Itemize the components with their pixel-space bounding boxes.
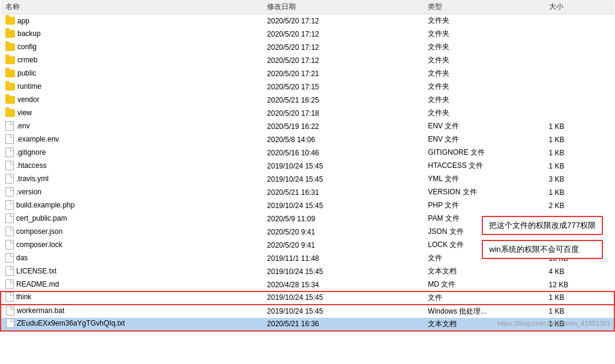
table-row[interactable]: backup 2020/5/20 17:12 文件夹 [1,28,614,41]
file-name: .travis.yml [16,175,49,183]
table-row[interactable]: crmeb 2020/5/20 17:12 文件夹 [1,54,614,67]
file-name: crmeb [17,56,37,64]
file-type: MD 文件 [423,278,544,291]
table-row[interactable]: vendor 2020/5/21 16:25 文件夹 [1,94,614,107]
table-row[interactable]: config 2020/5/20 17:12 文件夹 [1,41,614,54]
table-row[interactable]: workerman.bat 2019/10/24 15:45 Windows 批… [1,305,614,318]
file-size [544,80,614,94]
file-size: 1 KB [544,305,614,318]
file-date: 2019/10/24 15:45 [262,160,423,173]
file-size: 1 KB [544,186,614,199]
file-size [544,94,614,107]
table-row[interactable]: .version 2020/5/21 16:31 VERSION 文件 1 KB [1,186,614,199]
col-header-type[interactable]: 类型 [423,0,544,14]
file-size: 2 KB [544,199,614,212]
file-size: 12 KB [544,278,614,291]
file-size: 4 KB [544,265,614,278]
table-row[interactable]: .gitignore 2020/5/16 10:46 GITIGNORE 文件 … [1,146,614,160]
file-type: Windows 批处理... [423,305,544,318]
file-name: build.example.php [16,201,74,209]
file-name: workerman.bat [17,306,64,315]
annotation-box-1: 把这个文件的权限改成777权限 [482,216,603,235]
file-date: 2020/5/16 10:46 [262,146,423,160]
file-type: VERSION 文件 [423,186,544,199]
file-type: ENV 文件 [423,133,544,146]
file-size [544,14,614,28]
file-icon [6,318,14,328]
file-size [544,54,614,67]
file-date: 2020/5/20 9:41 [262,225,423,239]
file-date: 2020/5/20 17:12 [262,54,423,67]
file-type: 文件 [423,291,544,305]
table-row[interactable]: .htaccess 2019/10/24 15:45 HTACCESS 文件 1… [1,160,614,173]
file-name: .version [16,188,41,196]
table-row[interactable]: public 2020/5/20 17:21 文件夹 [1,67,614,80]
table-row[interactable]: view 2020/5/20 17:18 文件夹 [1,107,614,120]
file-icon [5,227,14,236]
table-row[interactable]: .example.env 2020/5/8 14:06 ENV 文件 1 KB [1,133,614,146]
file-date: 2020/5/20 17:18 [262,107,423,120]
file-date: 2020/5/20 17:12 [262,41,423,54]
file-name: das [16,254,28,262]
file-icon [5,213,14,223]
file-type: 文件夹 [423,80,544,94]
file-icon [5,121,14,131]
file-name: view [17,109,32,117]
file-type: 文件夹 [423,107,544,120]
table-row[interactable]: app 2020/5/20 17:12 文件夹 [1,14,614,28]
file-date: 2020/4/28 15:34 [262,278,423,291]
col-header-date[interactable]: 修改日期 [262,0,423,14]
file-size: 1 KB [544,291,614,305]
file-icon [5,200,14,210]
file-date: 2019/10/24 15:45 [262,265,423,278]
col-header-name[interactable]: 名称 [1,0,262,14]
file-icon [5,253,14,263]
file-date: 2020/5/21 16:31 [262,186,423,199]
file-date: 2019/11/1 11:48 [262,252,423,265]
file-type: 文件夹 [423,54,544,67]
file-size [544,67,614,80]
file-date: 2019/10/24 15:45 [262,199,423,212]
file-name: config [17,43,37,51]
file-type: 文件夹 [423,14,544,28]
file-size [544,28,614,41]
folder-icon [5,109,15,117]
watermark: https://blog.csdn.net/weixin_41851301 [498,320,610,327]
file-date: 2019/10/24 15:45 [262,173,423,186]
folder-icon [5,96,15,104]
file-size: 1 KB [544,146,614,160]
folder-icon [5,43,15,51]
file-icon [5,266,14,276]
table-row[interactable]: build.example.php 2019/10/24 15:45 PHP 文… [1,199,614,212]
table-row[interactable]: .travis.yml 2019/10/24 15:45 YML 文件 3 KB [1,173,614,186]
file-name: .gitignore [16,148,46,157]
file-icon [5,161,14,170]
file-icon [5,187,14,197]
table-row[interactable]: README.md 2020/4/28 15:34 MD 文件 12 KB [1,278,614,291]
file-icon [5,292,14,302]
file-name: ZEuduEXx9em36aYgTGvhQIq.txt [17,319,125,327]
file-name: LICENSE.txt [16,267,56,275]
table-row[interactable]: .env 2020/5/19 16:22 ENV 文件 1 KB [1,120,614,133]
file-name: .htaccess [16,161,47,170]
folder-icon [5,17,15,25]
col-header-size[interactable]: 大小 [544,0,614,14]
file-date: 2020/5/9 11:09 [262,212,423,225]
table-row[interactable]: think 2019/10/24 15:45 文件 1 KB [1,291,614,305]
file-icon [6,306,14,315]
annotation-container: 把这个文件的权限改成777权限 win系统的权限不会可百度 [482,216,603,264]
file-size: 1 KB [544,160,614,173]
file-date: 2020/5/20 17:21 [262,67,423,80]
table-row[interactable]: runtime 2020/5/20 17:15 文件夹 [1,80,614,94]
file-date: 2020/5/20 17:12 [262,14,423,28]
file-list: 名称 修改日期 类型 大小 app 2020/5/20 17:12 文件夹 ba… [0,0,615,364]
file-date: 2020/5/20 9:41 [262,239,423,252]
table-row[interactable]: LICENSE.txt 2019/10/24 15:45 文本文档 4 KB [1,265,614,278]
file-name: .env [16,122,30,130]
file-date: 2020/5/20 17:12 [262,28,423,41]
file-type: 文件夹 [423,41,544,54]
file-name: runtime [17,82,41,91]
file-name: backup [17,29,41,38]
file-type: GITIGNORE 文件 [423,146,544,160]
file-name: cert_public.pam [16,214,67,222]
